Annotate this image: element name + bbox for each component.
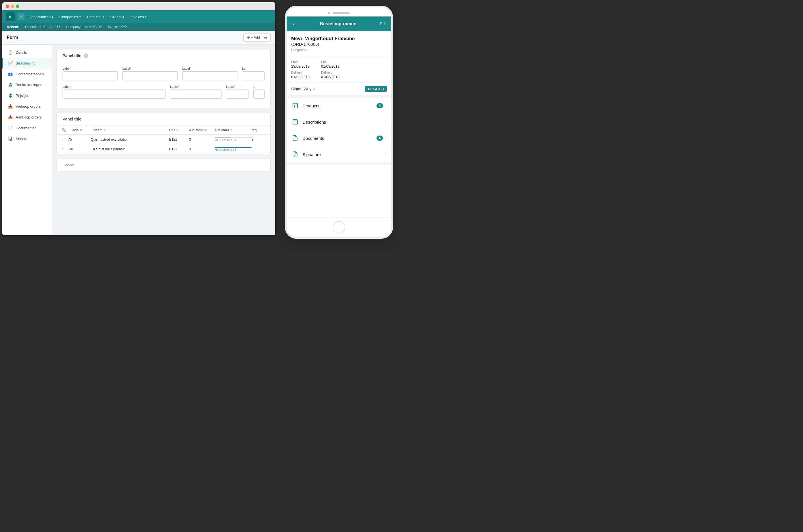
cell-naam: Eu fugiat nulla pariatur [91, 147, 169, 151]
table-row[interactable]: ≡ 781 Eu fugiat nulla pariatur B121 3 56… [57, 145, 270, 154]
cell-code: 75 [68, 137, 91, 141]
form-label: La [242, 67, 265, 70]
progress-text: 5699.33/5699.33 [215, 148, 251, 151]
mobile-nav-title: Bestelling ramen [320, 21, 357, 26]
mobile-list-item-documents[interactable]: Documents 4 › [287, 130, 391, 146]
nav-companies[interactable]: Companies ▾ [57, 14, 83, 20]
sidebar-item-details[interactable]: 📋 Details [2, 47, 52, 58]
sidebar-item-beschrijving[interactable]: 📝 Beschrijving [2, 58, 52, 69]
form-input-1[interactable] [62, 71, 118, 80]
form-label: Label* [122, 67, 178, 70]
cell-req: 3 [251, 137, 266, 141]
cell-stock: 3 [189, 147, 215, 151]
mobile-list: Products 4 › Descri [287, 95, 391, 165]
close-button[interactable] [6, 4, 9, 8]
sidebar-item-contactpersonen[interactable]: 👥 Contactpersonen [2, 69, 52, 79]
mobile-user-name: Simon Wuyts [291, 87, 315, 91]
mobile-statusbar [287, 7, 391, 17]
sort-icon: ⇅ [230, 129, 232, 132]
nav-home-button[interactable]: ⌂ [18, 13, 24, 20]
drag-icon: ≡ [61, 147, 63, 151]
form-label: Label* [62, 85, 166, 88]
form-input-7[interactable] [226, 90, 249, 99]
nav-products[interactable]: Products ▾ [85, 14, 106, 20]
form-label: Label* [226, 85, 249, 88]
table-header: 🔍 Code ⇅ Naam ⇅ Unit ⇅ # in stock [57, 126, 270, 135]
cell-stock: 3 [189, 137, 215, 141]
mobile-dates: Start 28/02/2018 Delivery 01/03/2018 End… [287, 57, 391, 83]
documents-icon [291, 134, 299, 142]
chevron-down-icon: ▾ [123, 15, 124, 18]
mobile-date-section: Start 28/02/2018 Delivery 01/03/2018 End… [291, 60, 387, 79]
mobile-list-item-products[interactable]: Products 4 › [287, 98, 391, 114]
sidebar-item-label: Sheets [16, 137, 27, 141]
info-icon[interactable]: ? [83, 53, 88, 58]
nav-products-label: Products [87, 15, 101, 19]
mobile-edit-button[interactable]: Edit [380, 22, 387, 26]
mobile-back-button[interactable]: ‹ [291, 20, 297, 27]
progress-fill [215, 147, 251, 148]
mobile-list-item-signature[interactable]: Signature › [287, 146, 391, 162]
sidebar-item-prijslijst[interactable]: 💲 Prijslijst [2, 90, 52, 101]
prijslijst-icon: 💲 [8, 93, 13, 98]
sidebar-item-sheets[interactable]: 📊 Sheets [2, 133, 52, 144]
recent-company[interactable]: Company: Lorem BVBA [66, 25, 102, 29]
form-input-2[interactable] [122, 71, 178, 80]
form-group: Label* [62, 85, 166, 99]
nav-opportunities-label: Opportunities [29, 15, 50, 19]
add-invoice-button[interactable]: ⊕ + Add invo [243, 34, 271, 41]
form-input-6[interactable] [170, 90, 222, 99]
col-code-label: Code [71, 128, 79, 132]
sort-icon: ⇅ [104, 129, 106, 132]
chevron-right-icon: › [385, 136, 387, 141]
documenten-icon: 📄 [8, 125, 13, 130]
form-input-3[interactable] [182, 71, 238, 80]
minimize-button[interactable] [11, 4, 14, 8]
mobile-list-right: 4 › [376, 103, 387, 108]
col-code[interactable]: Code ⇅ [71, 128, 93, 132]
col-stock[interactable]: # in stock ⇅ [189, 128, 215, 132]
sidebar-item-verkoop-orders[interactable]: 📥 Verkoop orders [2, 101, 52, 112]
sidebar-item-label: Bankrekeningen [16, 83, 42, 87]
form-input-4[interactable] [242, 71, 265, 80]
cancel-button[interactable]: Cancel [62, 163, 74, 167]
panel-2-header: Panel title [57, 113, 270, 126]
table-search-icon[interactable]: 🔍 [61, 128, 66, 132]
recent-production[interactable]: Production: 21.12.2015 [25, 25, 60, 29]
nav-invoices[interactable]: Invoices ▾ [128, 14, 149, 20]
nav-companies-label: Companies [59, 15, 78, 19]
mobile-order-id: (ORD-170006) [291, 42, 387, 46]
mobile-home-area [287, 217, 391, 237]
col-naam[interactable]: Naam ⇅ [93, 128, 169, 132]
sheets-icon: 📊 [8, 136, 13, 141]
delivery-label: Delivery [291, 71, 310, 74]
recent-label: Recent: [7, 25, 19, 29]
nav-orders[interactable]: Orders ▾ [108, 14, 127, 20]
cell-order: 2395.47/5699.33 [215, 137, 251, 142]
notch-area [328, 12, 350, 14]
sidebar-item-documenten[interactable]: 📄 Documenten [2, 122, 52, 133]
mobile-home-button[interactable] [333, 221, 345, 234]
chevron-right-icon: › [385, 152, 387, 157]
form-input-5[interactable] [62, 90, 166, 99]
app-logo: » [6, 12, 15, 21]
sidebar-item-bankrekeningen[interactable]: 🏦 Bankrekeningen [2, 79, 52, 90]
col-unit[interactable]: Unit ⇅ [169, 128, 189, 132]
cell-code: 781 [68, 147, 91, 151]
table-row[interactable]: ≡ 75 Quis nostrud exercitation B121 3 23… [57, 135, 270, 145]
cell-unit: B121 [169, 137, 189, 141]
form-row-2: Label* Label* Label* L [62, 85, 265, 99]
maximize-button[interactable] [16, 4, 19, 8]
chevron-down-icon: ▾ [102, 15, 104, 18]
mobile-list-item-descriptions[interactable]: Descriptions › [287, 114, 391, 130]
svg-rect-0 [293, 103, 298, 108]
mobile-content: Mevr. Vingerhoudt Francine (ORD-170006) … [287, 31, 391, 217]
sidebar-item-aankoop-orders[interactable]: 📤 Aankoop orders [2, 112, 52, 122]
col-order[interactable]: # in order ⇅ [215, 128, 251, 132]
col-naam-label: Naam [93, 128, 102, 132]
form-input-8[interactable] [253, 90, 265, 99]
recent-invoice[interactable]: Invoice: XYZ [108, 25, 127, 29]
nav-opportunities[interactable]: Opportunities ▾ [26, 14, 55, 20]
chevron-right-icon: › [385, 103, 387, 108]
products-label: Products [302, 103, 319, 108]
